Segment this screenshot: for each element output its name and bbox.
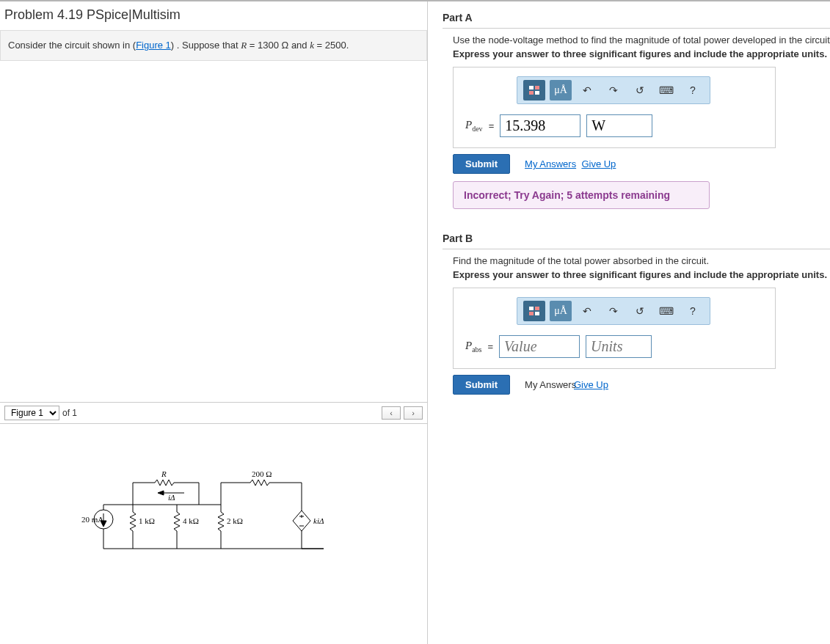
answer-toolbar-b: μÅ ↶ ↷ ↺ ⌨ ? xyxy=(517,297,710,325)
figure-next-button[interactable]: › xyxy=(404,406,423,420)
figure-select[interactable]: Figure 1 xyxy=(4,406,59,420)
svg-text:R: R xyxy=(161,469,167,478)
svg-marker-25 xyxy=(293,511,310,531)
part-a-instruction: Use the node-voltage method to find the … xyxy=(453,34,830,45)
part-a-variable: Pdev xyxy=(465,119,483,133)
svg-text:20 mA: 20 mA xyxy=(81,515,103,524)
template-icon[interactable] xyxy=(523,80,545,100)
part-b-instruction: Find the magnitude of the total power ab… xyxy=(453,255,830,266)
units-button[interactable]: μÅ xyxy=(550,301,572,321)
part-a-header: Part A xyxy=(443,9,830,29)
part-a-submit-button[interactable]: Submit xyxy=(453,154,510,174)
svg-rect-44 xyxy=(535,91,539,95)
part-a-give-up-link[interactable]: Give Up xyxy=(581,158,616,169)
keyboard-icon[interactable]: ⌨ xyxy=(655,301,677,321)
svg-rect-45 xyxy=(529,307,534,310)
svg-text:2 kΩ: 2 kΩ xyxy=(227,516,243,525)
figure-link[interactable]: Figure 1 xyxy=(136,40,171,51)
svg-text:200 Ω: 200 Ω xyxy=(252,469,272,478)
part-a-value-input[interactable] xyxy=(500,114,580,137)
svg-text:1 kΩ: 1 kΩ xyxy=(139,516,155,525)
figure-panel: 20 mA R iΔ 1 kΩ 4 kΩ 2 kΩ 200 Ω kiΔ xyxy=(0,424,427,644)
part-b-variable: Pabs xyxy=(465,340,482,354)
part-b-instruction-bold: Express your answer to three significant… xyxy=(453,269,830,280)
svg-text:iΔ: iΔ xyxy=(168,493,175,502)
figure-toolbar: Figure 1 of 1 ‹ › xyxy=(0,402,427,424)
redo-icon[interactable]: ↷ xyxy=(603,80,625,100)
part-b-submit-button[interactable]: Submit xyxy=(453,375,510,395)
part-b-my-answers-text: My Answers xyxy=(525,379,576,390)
redo-icon[interactable]: ↷ xyxy=(603,301,625,321)
part-b-answer-box: μÅ ↶ ↷ ↺ ⌨ ? Pabs = xyxy=(453,288,776,369)
svg-text:kiΔ: kiΔ xyxy=(313,516,324,525)
help-icon[interactable]: ? xyxy=(682,80,704,100)
help-icon[interactable]: ? xyxy=(682,301,704,321)
undo-icon[interactable]: ↶ xyxy=(576,80,598,100)
part-a-units-input[interactable] xyxy=(586,114,652,137)
undo-icon[interactable]: ↶ xyxy=(576,301,598,321)
problem-intro: Consider the circuit shown in (Figure 1)… xyxy=(0,30,427,61)
svg-rect-46 xyxy=(535,307,539,310)
svg-rect-48 xyxy=(535,312,539,315)
svg-marker-13 xyxy=(158,491,164,495)
svg-rect-47 xyxy=(529,312,534,315)
svg-rect-42 xyxy=(535,86,539,89)
answer-toolbar: μÅ ↶ ↷ ↺ ⌨ ? xyxy=(517,76,710,104)
part-a-my-answers-link[interactable]: My Answers xyxy=(525,158,576,169)
figure-prev-button[interactable]: ‹ xyxy=(382,406,401,420)
part-b-value-input[interactable] xyxy=(499,335,580,358)
part-b-give-up-link[interactable]: Give Up xyxy=(574,379,608,390)
part-a-feedback: Incorrect; Try Again; 5 attempts remaini… xyxy=(453,181,710,209)
keyboard-icon[interactable]: ⌨ xyxy=(655,80,677,100)
figure-count: of 1 xyxy=(62,408,77,418)
svg-text:4 kΩ: 4 kΩ xyxy=(183,516,199,525)
reset-icon[interactable]: ↺ xyxy=(629,80,651,100)
intro-text: Consider the circuit shown in ( xyxy=(8,40,136,51)
template-icon[interactable] xyxy=(523,301,545,321)
part-b-units-input[interactable] xyxy=(586,335,652,358)
units-button[interactable]: μÅ xyxy=(550,80,572,100)
svg-rect-41 xyxy=(529,86,534,89)
part-b-header: Part B xyxy=(443,230,830,249)
circuit-diagram: 20 mA R iΔ 1 kΩ 4 kΩ 2 kΩ 200 Ω kiΔ xyxy=(81,468,346,563)
part-a-instruction-bold: Express your answer to three significant… xyxy=(453,48,830,59)
svg-rect-43 xyxy=(529,91,534,95)
part-a-answer-box: μÅ ↶ ↷ ↺ ⌨ ? Pdev = xyxy=(453,67,776,148)
reset-icon[interactable]: ↺ xyxy=(629,301,651,321)
problem-title: Problem 4.19 PSpice|Multisim xyxy=(0,1,427,30)
